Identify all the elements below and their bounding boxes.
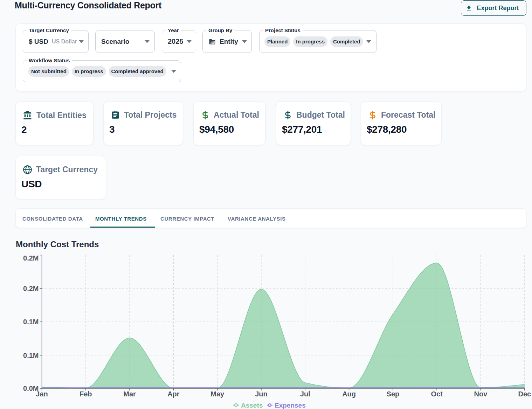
- svg-text:Feb: Feb: [80, 390, 92, 398]
- svg-text:0.1M: 0.1M: [23, 318, 39, 326]
- svg-text:0.2M: 0.2M: [23, 254, 39, 262]
- svg-text:Aug: Aug: [342, 390, 356, 398]
- svg-text:Apr: Apr: [167, 390, 180, 398]
- svg-text:Sep: Sep: [387, 390, 400, 398]
- svg-text:Expenses: Expenses: [275, 402, 306, 409]
- svg-text:Jan: Jan: [36, 390, 48, 398]
- svg-text:Oct: Oct: [431, 390, 443, 398]
- svg-text:Assets: Assets: [241, 402, 263, 409]
- svg-text:May: May: [210, 390, 224, 398]
- svg-text:Jul: Jul: [300, 390, 310, 398]
- svg-text:0.1M: 0.1M: [23, 352, 39, 359]
- svg-text:Mar: Mar: [123, 390, 136, 398]
- svg-text:Dec: Dec: [518, 390, 531, 398]
- svg-text:Nov: Nov: [474, 390, 488, 398]
- svg-text:Jun: Jun: [255, 390, 268, 398]
- svg-text:0.2M: 0.2M: [23, 285, 39, 292]
